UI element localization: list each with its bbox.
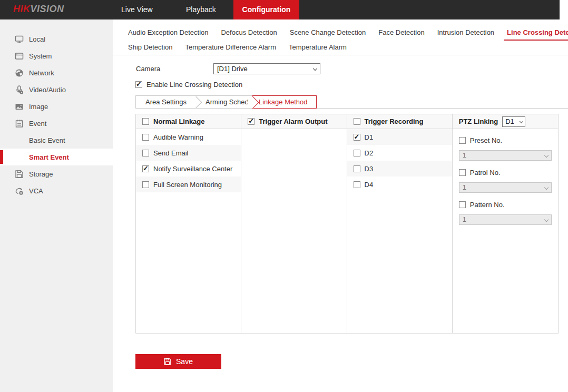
ptz-options: Preset No. 1 Patrol No. 1 Pattern No. (453, 129, 558, 234)
tab-defocus-detection[interactable]: Defocus Detection (221, 28, 277, 36)
tab-audio-exception-detection[interactable]: Audio Exception Detection (128, 28, 208, 36)
row-label: Preset No. (470, 136, 502, 144)
sidebar-item-image[interactable]: Image (0, 98, 113, 115)
patrol-no-row: Patrol No. (459, 166, 552, 178)
normal-linkage-header-checkbox[interactable] (142, 118, 149, 125)
sidebar-item-storage[interactable]: Storage (0, 165, 113, 182)
save-button[interactable]: Save (135, 354, 221, 369)
sidebar-item-vca[interactable]: VCA (0, 182, 113, 199)
sidebar-item-video-audio[interactable]: Video/Audio (0, 81, 113, 98)
normal-linkage-header: Normal Linkage (136, 114, 241, 129)
chevron-down-icon (520, 119, 523, 123)
chevron-down-icon (544, 185, 549, 190)
row-label: Send Email (153, 149, 188, 157)
sidebar-label: Image (29, 103, 48, 111)
row-label: D2 (365, 149, 374, 157)
subtab-area-settings[interactable]: Area Settings (136, 96, 196, 108)
d4-checkbox[interactable] (354, 181, 360, 188)
hikvision-logo: HIKVISION (13, 4, 64, 15)
ptz-linking-header-label: PTZ Linking (459, 117, 498, 125)
sidebar-label: Video/Audio (29, 86, 66, 94)
tab-line-crossing-detection[interactable]: Line Crossing Detection (507, 28, 568, 36)
linkage-row-notify-surveillance-center: Notify Surveillance Center (136, 161, 241, 177)
select-value: 1 (463, 183, 466, 191)
sidebar-item-network[interactable]: Network (0, 64, 113, 81)
normal-linkage-column: Normal Linkage Audible Warning Send Emai… (136, 114, 241, 333)
enable-checkbox[interactable] (135, 81, 142, 88)
ptz-channel-select[interactable]: D1 (502, 116, 525, 127)
notify-surveillance-center-checkbox[interactable] (142, 165, 149, 172)
event-icon (15, 119, 24, 128)
recording-row-d3: D3 (347, 161, 452, 177)
enable-label: Enable Line Crossing Detection (146, 81, 242, 89)
sidebar-item-smart-event[interactable]: Smart Event (0, 149, 113, 165)
storage-icon (15, 170, 24, 179)
enable-row: Enable Line Crossing Detection (135, 81, 242, 89)
sidebar-label: System (29, 52, 52, 60)
image-icon (15, 102, 24, 111)
row-label: D3 (365, 165, 374, 173)
logo-vision: VISION (31, 4, 64, 14)
d2-checkbox[interactable] (354, 150, 360, 156)
trigger-recording-column: Trigger Recording D1 D2 D3 D4 (347, 114, 453, 333)
subtab-linkage-method[interactable]: Linkage Method (252, 95, 317, 109)
preset-no-select[interactable]: 1 (459, 150, 552, 161)
ptz-linking-header: PTZ Linking D1 (453, 114, 558, 129)
sidebar-item-system[interactable]: System (0, 47, 113, 64)
trigger-recording-header-label: Trigger Recording (365, 117, 424, 125)
nav-playback[interactable]: Playback (186, 0, 216, 19)
pattern-no-checkbox[interactable] (459, 201, 466, 208)
window-icon (15, 52, 24, 61)
nav-configuration[interactable]: Configuration (233, 0, 299, 19)
monitor-icon (15, 35, 24, 44)
ptz-linking-column: PTZ Linking D1 Preset No. 1 Patrol No. (453, 114, 558, 333)
linkage-row-full-screen-monitoring: Full Screen Monitoring (136, 177, 241, 192)
nav-live-view[interactable]: Live View (121, 0, 153, 19)
tab-temperature-alarm[interactable]: Temperature Alarm (289, 43, 347, 51)
recording-row-d1: D1 (347, 129, 452, 145)
patrol-no-checkbox[interactable] (459, 169, 466, 176)
trigger-recording-header-checkbox[interactable] (354, 118, 360, 125)
sidebar-label: Network (29, 69, 54, 77)
tab-face-detection[interactable]: Face Detection (378, 28, 424, 36)
microphone-icon (15, 85, 24, 94)
full-screen-monitoring-checkbox[interactable] (142, 181, 149, 188)
preset-no-checkbox[interactable] (459, 137, 466, 144)
recording-row-d2: D2 (347, 145, 452, 161)
row-label: D1 (365, 133, 374, 141)
tab-ship-detection[interactable]: Ship Detection (128, 43, 173, 51)
sidebar-label: Local (29, 35, 45, 43)
d3-checkbox[interactable] (354, 165, 360, 172)
tabs-row-2: Ship Detection Temperature Difference Al… (128, 40, 565, 54)
linkage-method-table: Normal Linkage Audible Warning Send Emai… (135, 114, 559, 334)
tab-scene-change-detection[interactable]: Scene Change Detection (290, 28, 366, 36)
logo-hik: HIK (13, 4, 31, 14)
sidebar-label: Event (29, 120, 46, 128)
top-bar: HIKVISION Live View Playback Configurati… (0, 0, 560, 19)
row-label: Full Screen Monitoring (153, 181, 222, 189)
patrol-no-select[interactable]: 1 (459, 182, 552, 193)
send-email-checkbox[interactable] (142, 150, 149, 156)
row-label: Pattern No. (470, 201, 505, 209)
camera-select[interactable]: [D1] Drive (213, 63, 320, 74)
trigger-alarm-output-header-label: Trigger Alarm Output (259, 117, 327, 125)
settings-subtabs: Area Settings Arming Schedule Linkage Me… (135, 95, 568, 109)
normal-linkage-header-label: Normal Linkage (153, 117, 205, 125)
sidebar-item-basic-event[interactable]: Basic Event (0, 132, 113, 149)
tabs-row-1: Audio Exception Detection Defocus Detect… (128, 25, 565, 40)
tab-intrusion-detection[interactable]: Intrusion Detection (437, 28, 494, 36)
row-label: Notify Surveillance Center (153, 165, 232, 173)
d1-checkbox[interactable] (354, 134, 360, 141)
select-value: 1 (463, 215, 466, 223)
audible-warning-checkbox[interactable] (142, 134, 149, 141)
ptz-channel-value: D1 (505, 117, 514, 125)
row-label: Patrol No. (470, 169, 501, 177)
camera-select-value: [D1] Drive (217, 65, 248, 73)
sidebar-item-local[interactable]: Local (0, 31, 113, 47)
main-content: Audio Exception Detection Defocus Detect… (113, 19, 568, 392)
row-label: D4 (365, 181, 374, 189)
sidebar-item-event[interactable]: Event (0, 115, 113, 132)
trigger-alarm-output-header-checkbox[interactable] (248, 118, 254, 125)
pattern-no-select[interactable]: 1 (459, 214, 552, 225)
tab-temperature-difference-alarm[interactable]: Temperature Difference Alarm (185, 43, 276, 51)
